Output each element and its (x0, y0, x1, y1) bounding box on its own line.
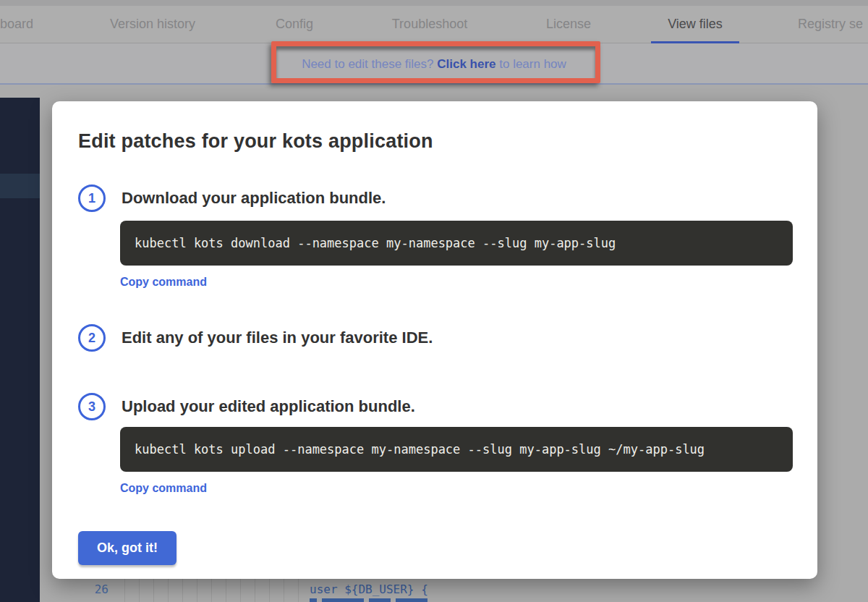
page-top-strip (0, 0, 868, 6)
step-2-title: Edit any of your files in your favorite … (122, 328, 433, 347)
tab-version-history[interactable]: Version history (95, 6, 210, 43)
upload-command-block: kubectl kots upload --namespace my-names… (120, 427, 793, 472)
upload-command-text: kubectl kots upload --namespace my-names… (135, 442, 705, 457)
app-navbar: board Version history Config Troubleshoo… (0, 6, 868, 43)
click-here-link[interactable]: Click here (437, 57, 495, 71)
line-number: 26 (80, 582, 109, 596)
edit-patches-modal: Edit patches for your kots application 1… (52, 101, 817, 579)
copy-download-command-link[interactable]: Copy command (120, 276, 207, 289)
step-1-number-badge: 1 (78, 185, 106, 212)
step-3-title: Upload your edited application bundle. (122, 397, 415, 416)
copy-upload-command-link[interactable]: Copy command (120, 482, 207, 495)
download-command-block: kubectl kots download --namespace my-nam… (120, 221, 793, 266)
tab-config[interactable]: Config (258, 6, 331, 43)
step-3: 3 Upload your edited application bundle. (78, 393, 415, 420)
step-2-number-badge: 2 (78, 324, 106, 352)
ok-got-it-button[interactable]: Ok, got it! (78, 531, 176, 565)
banner-text-suffix: to learn how (496, 57, 566, 71)
step-1-title: Download your application bundle. (122, 189, 386, 208)
code-line: user ${DB_USER} { (310, 582, 428, 596)
step-3-number-badge: 3 (78, 393, 106, 420)
file-tree-selected-item[interactable] (0, 174, 40, 198)
modal-title: Edit patches for your kots application (78, 130, 433, 153)
step-1: 1 Download your application bundle. (78, 185, 386, 212)
edit-files-banner: Need to edit these files? Click here to … (0, 43, 868, 85)
code-editor-background: 26 user ${DB_USER} { (40, 579, 868, 602)
file-tree-sidebar (0, 98, 40, 602)
tab-license[interactable]: License (532, 6, 605, 43)
tab-view-files[interactable]: View files (651, 6, 739, 43)
banner-text: Need to edit these files? (302, 57, 437, 71)
tab-registry-settings[interactable]: Registry se (798, 6, 868, 43)
tab-troubleshoot[interactable]: Troubleshoot (379, 6, 480, 43)
step-2: 2 Edit any of your files in your favorit… (78, 324, 433, 352)
code-line-partial (310, 598, 433, 602)
tab-dashboard[interactable]: board (0, 6, 36, 43)
download-command-text: kubectl kots download --namespace my-nam… (135, 236, 616, 250)
